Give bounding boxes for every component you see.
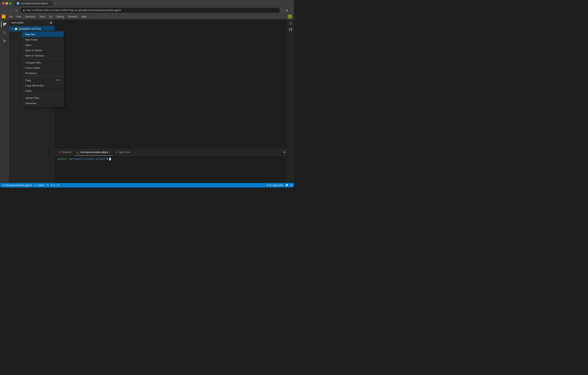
menu-edit[interactable]: Edit	[15, 14, 23, 19]
terminal-output: gitpod /workspace/sandbox-gitpod $	[58, 157, 284, 161]
url-text: https://c1d05abe-6455-4313-8ba2-2cff91f7…	[26, 9, 121, 11]
menu-icon[interactable]: ⋮	[289, 9, 292, 12]
panel-tab-problems-label: Problems	[62, 151, 71, 154]
menu-help[interactable]: Help	[80, 14, 88, 19]
status-repo[interactable]: ⎇ kamataryo/sandbox-gitpod	[1, 184, 32, 187]
menu-file[interactable]: File	[7, 14, 15, 19]
back-button[interactable]: ‹	[2, 8, 7, 12]
menu-go[interactable]: Go	[47, 14, 54, 19]
ports-icon: ⊙	[116, 151, 117, 154]
status-sync[interactable]: ↺	[47, 184, 49, 187]
panel-tab-ports-label: Open Ports	[119, 151, 130, 154]
ctx-find-folder-label: Find in Folder	[25, 66, 40, 69]
error-icon: ⊗	[51, 184, 53, 187]
ctx-paste[interactable]: Paste	[22, 88, 63, 93]
tab-favicon: G	[17, 2, 19, 5]
user-avatar[interactable]	[288, 14, 292, 19]
ports-status-icon: ⊘	[266, 184, 268, 187]
panel-content: gitpod /workspace/sandbox-gitpod $	[54, 156, 287, 183]
svg-point-5	[3, 42, 4, 42]
status-chat-icon[interactable]: 💬	[285, 184, 288, 187]
minimize-window-button[interactable]	[6, 2, 8, 5]
ctx-copy-shortcut: ⌘ C	[56, 79, 60, 81]
menu-terminal[interactable]: Terminal	[66, 14, 79, 19]
ctx-separator-1	[22, 59, 63, 59]
panel-tab-ports[interactable]: ⊙ Open Ports	[113, 149, 132, 156]
ctx-upload-label: Upload Files...	[25, 97, 41, 99]
new-tab-button[interactable]: +	[53, 1, 58, 6]
terminal-tab-close[interactable]: ×	[109, 151, 110, 153]
terminal-icon: >_	[77, 151, 79, 154]
gitpod-extension-icon[interactable]: ◀	[285, 9, 288, 12]
ctx-new-folder-label: New Folder	[25, 38, 38, 41]
title-bar: G kamataryo/sandbox-gitpod × +	[0, 0, 294, 7]
ctx-open-label: Open	[25, 44, 31, 46]
panel-actions: ⊞	[284, 151, 286, 154]
ctx-compare[interactable]: Compare With...	[22, 60, 63, 65]
sidebar: Explorer ⧉ ▼ 📁 SANDBOX-GITPOD New File	[9, 19, 54, 183]
ctx-upload[interactable]: Upload Files...	[22, 95, 63, 100]
url-field[interactable]: 🔒 https://c1d05abe-6455-4313-8ba2-2cff91…	[21, 8, 280, 13]
ctx-copy-github-link[interactable]: Copy GitHub link	[22, 83, 63, 88]
menu-debug[interactable]: Debug	[54, 14, 65, 19]
ctx-new-folder[interactable]: New Folder	[22, 37, 63, 42]
sync-icon: ↺	[47, 184, 49, 187]
panel-tab-terminal-label: /workspace/sandbox-gitpod	[80, 151, 108, 154]
repo-icon: ⎇	[1, 184, 4, 187]
status-layout-icon[interactable]: ⊡	[291, 184, 293, 187]
menu-selection[interactable]: Selection	[23, 14, 37, 19]
refresh-button[interactable]: ↻	[14, 8, 19, 12]
right-list-icon[interactable]: ☰	[288, 21, 293, 26]
forward-button[interactable]: ›	[8, 8, 13, 12]
copy-sidebar-icon[interactable]: ⧉	[50, 21, 52, 25]
ctx-open-github-label: Open in GitHub	[25, 49, 42, 52]
ctx-copy-github-link-label: Copy GitHub link	[25, 84, 44, 87]
problems-icon: ⓘ	[58, 151, 61, 154]
status-errors[interactable]: ⊗ 0 △ 0	[51, 184, 59, 187]
ctx-find-folder[interactable]: Find in Folder	[22, 65, 63, 70]
bookmark-icon[interactable]: ☆	[282, 9, 284, 12]
ctx-download-label: Download	[25, 102, 36, 105]
maximize-window-button[interactable]	[9, 2, 11, 5]
warning-icon: △	[55, 184, 57, 187]
panel-tab-terminal[interactable]: >_ /workspace/sandbox-gitpod ×	[74, 149, 113, 156]
terminal-path-text: /workspace/sandbox-gitpod	[68, 157, 105, 160]
svg-line-3	[5, 33, 6, 34]
ctx-open[interactable]: Open	[22, 42, 63, 48]
repo-name: kamataryo/sandbox-gitpod	[5, 184, 32, 187]
right-github-icon[interactable]	[288, 27, 293, 32]
ctx-open-terminal[interactable]: Open in Terminal	[22, 53, 63, 58]
ctx-open-github[interactable]: Open in GitHub	[22, 48, 63, 53]
ctx-separator-2	[22, 77, 63, 77]
close-window-button[interactable]	[2, 2, 5, 5]
panel-split-icon[interactable]: ⊞	[284, 151, 286, 154]
folder-icon: 📁	[14, 27, 18, 30]
activity-search[interactable]	[1, 29, 8, 36]
ctx-copy[interactable]: Copy ⌘ C	[22, 77, 63, 83]
svg-point-6	[5, 41, 6, 41]
ctx-download[interactable]: Download	[22, 100, 63, 106]
context-menu: New File New Folder Open Open in GitHub …	[22, 31, 64, 107]
activity-source-control[interactable]	[1, 38, 8, 44]
svg-point-4	[3, 40, 4, 40]
menu-view[interactable]: View	[38, 14, 47, 19]
editor-area: ⓘ Problems >_ /workspace/sandbox-gitpod …	[54, 19, 287, 183]
ctx-git-history[interactable]: Git History	[22, 70, 63, 76]
folder-name: SANDBOX-GITPOD	[19, 27, 41, 30]
browser-tab[interactable]: G kamataryo/sandbox-gitpod ×	[14, 1, 53, 6]
ctx-separator-3	[22, 94, 63, 94]
tab-close-button[interactable]: ×	[49, 2, 50, 5]
ctx-compare-label: Compare With...	[25, 61, 43, 64]
svg-rect-0	[3, 23, 5, 26]
status-branch[interactable]: ⎇ master	[34, 184, 44, 187]
panel-tabs: ⓘ Problems >_ /workspace/sandbox-gitpod …	[54, 149, 287, 156]
status-ports[interactable]: ⊘ No open ports	[266, 184, 283, 187]
activity-explorer[interactable]	[1, 21, 8, 28]
sidebar-header-icons: ⧉	[50, 21, 52, 25]
terminal-cursor	[109, 158, 111, 160]
panel-tab-problems[interactable]: ⓘ Problems	[56, 149, 74, 156]
sidebar-header: Explorer ⧉	[9, 19, 54, 26]
explorer-title: Explorer	[11, 22, 24, 24]
ctx-open-terminal-label: Open in Terminal	[25, 54, 44, 57]
ctx-new-file[interactable]: New File	[22, 32, 63, 37]
